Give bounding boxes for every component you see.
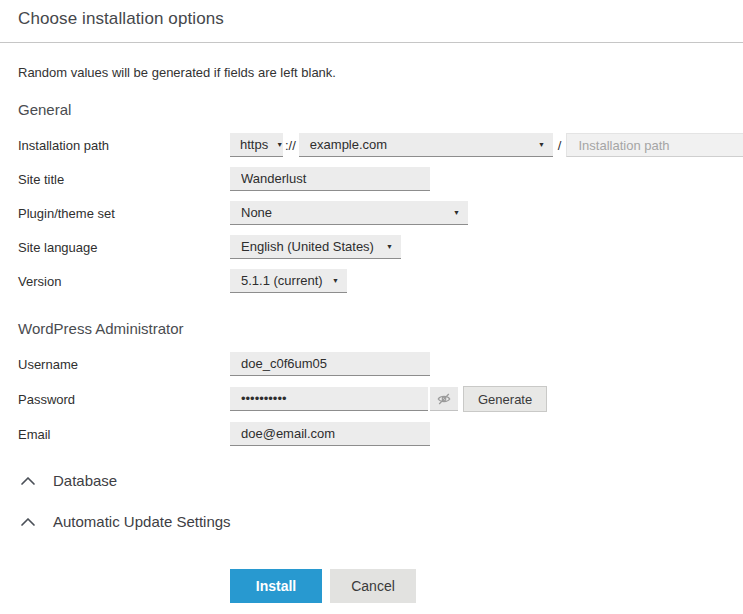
plugin-theme-set-label: Plugin/theme set [18, 206, 230, 221]
page-title: Choose installation options [18, 9, 725, 29]
collapsible-database-label: Database [53, 472, 117, 489]
section-heading-wordpress-administrator: WordPress Administrator [18, 320, 740, 337]
chevron-down-icon: ▼ [453, 209, 460, 216]
field-row-installation-path: Installation path https ▼ :// example.co… [18, 133, 740, 157]
chevron-down-icon: ▼ [538, 141, 545, 148]
install-button[interactable]: Install [230, 569, 322, 603]
email-field[interactable] [230, 422, 430, 446]
collapsible-automatic-update-settings-label: Automatic Update Settings [53, 513, 231, 530]
collapsible-database[interactable]: Database [18, 472, 740, 489]
protocol-separator: :// [283, 138, 299, 153]
chevron-up-icon [20, 516, 36, 528]
site-language-value: English (United States) [241, 239, 374, 254]
plugin-theme-set-select[interactable]: None ▼ [230, 201, 468, 225]
field-row-email: Email [18, 422, 740, 446]
dialog-header: Choose installation options [0, 0, 743, 43]
chevron-down-icon: ▼ [386, 243, 393, 250]
chevron-down-icon: ▼ [332, 277, 339, 284]
path-separator: / [553, 138, 567, 153]
field-row-plugin-theme-set: Plugin/theme set None ▼ [18, 201, 740, 225]
protocol-select-value: https [240, 137, 268, 152]
installation-path-input[interactable] [566, 133, 743, 157]
eye-off-icon [436, 391, 452, 407]
version-select[interactable]: 5.1.1 (current) ▼ [230, 269, 347, 293]
version-value: 5.1.1 (current) [241, 273, 323, 288]
domain-select-value: example.com [310, 137, 387, 152]
hint-text: Random values will be generated if field… [18, 65, 740, 80]
generate-password-button[interactable]: Generate [463, 386, 547, 412]
dialog-buttons: Install Cancel [230, 569, 740, 603]
dialog-body: Random values will be generated if field… [0, 65, 743, 603]
field-row-username: Username [18, 352, 740, 376]
field-row-site-language: Site language English (United States) ▼ [18, 235, 740, 259]
email-label: Email [18, 427, 230, 442]
password-input[interactable] [230, 387, 428, 411]
cancel-button[interactable]: Cancel [330, 569, 416, 603]
site-language-label: Site language [18, 240, 230, 255]
username-label: Username [18, 357, 230, 372]
show-password-button[interactable] [430, 387, 458, 411]
password-label: Password [18, 392, 230, 407]
chevron-up-icon [20, 475, 36, 487]
domain-select[interactable]: example.com ▼ [299, 133, 553, 157]
installation-path-label: Installation path [18, 138, 230, 153]
field-row-password: Password Generate [18, 386, 740, 412]
plugin-theme-set-value: None [241, 205, 272, 220]
site-language-select[interactable]: English (United States) ▼ [230, 235, 401, 259]
site-title-label: Site title [18, 172, 230, 187]
field-row-site-title: Site title [18, 167, 740, 191]
site-title-input[interactable] [230, 167, 430, 191]
installation-path-controls: https ▼ :// example.com ▼ / [230, 133, 743, 157]
section-heading-general: General [18, 101, 740, 118]
username-input[interactable] [230, 352, 430, 376]
protocol-select[interactable]: https ▼ [230, 133, 283, 157]
version-label: Version [18, 274, 230, 289]
collapsible-automatic-update-settings[interactable]: Automatic Update Settings [18, 513, 740, 530]
field-row-version: Version 5.1.1 (current) ▼ [18, 269, 740, 293]
